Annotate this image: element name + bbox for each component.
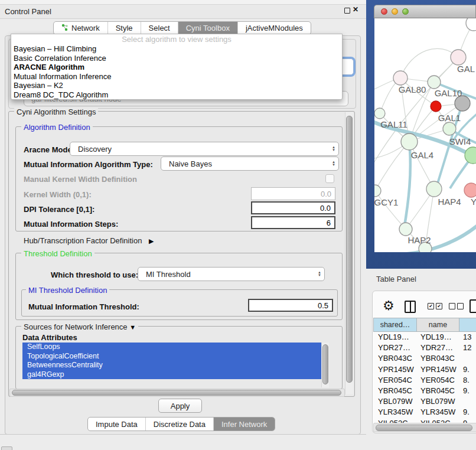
table-row-3[interactable]: YPR145WYPR145W9. — [373, 364, 476, 375]
network-node-GAL4[interactable] — [401, 133, 418, 150]
columns-icon[interactable] — [405, 301, 416, 313]
aracne-mode-label: Aracne Mode: — [24, 145, 74, 154]
table-panel-title: Table Panel — [376, 275, 416, 283]
table-row-8[interactable]: YIL052CYIL052C9 — [373, 418, 476, 423]
node-label-GAL10: GAL10 — [435, 88, 462, 98]
network-node-GAL1[interactable] — [431, 101, 441, 112]
table-cell: YBL079W — [420, 396, 455, 407]
tab-cyni-toolbox[interactable]: Cyni Toolbox — [178, 22, 238, 34]
window-minimize-traffic-light[interactable] — [392, 8, 398, 15]
table-cell: 9 — [463, 418, 467, 423]
network-node-HAP2[interactable] — [399, 223, 412, 236]
column-header-name[interactable]: name — [417, 318, 459, 332]
hub-definition-expander[interactable]: Hub/Transcription Factor Definition ▶ — [24, 236, 154, 245]
tab-jactivemnodules[interactable]: jActiveMNodules — [238, 22, 311, 34]
mi-steps-label: Mutual Information Steps: — [24, 220, 118, 229]
network-canvas[interactable]: GALGAL80GAL10GAL1GAL11GAL4SWI4GCY1HAP4YH… — [374, 18, 476, 252]
tab-impute-data[interactable]: Impute Data — [88, 418, 146, 431]
algorithm-option-5[interactable]: Dream8 DC_TDC Algorithm — [11, 90, 342, 100]
mi-steps-field[interactable]: 6 — [251, 216, 335, 229]
settings-hscrollbar-thumb[interactable] — [12, 390, 341, 396]
attribute-item-1[interactable]: TopologicalCoefficient — [22, 352, 321, 361]
manual-kernel-checkbox[interactable] — [325, 174, 334, 183]
table-cell: YBR045C — [420, 386, 455, 396]
select-all-checkboxes-icon[interactable]: ✔✔ — [428, 303, 442, 309]
top-edge-strip — [0, 0, 366, 5]
aracne-mode-combobox[interactable]: Discovery ▲▼ — [70, 142, 339, 156]
table-row-1[interactable]: YDR27…YDR27…12 — [373, 343, 476, 353]
network-node-HAP4[interactable] — [426, 181, 442, 197]
table-cell: 8. — [463, 375, 470, 386]
which-threshold-combobox[interactable]: MI Threshold ▲▼ — [138, 267, 325, 281]
table-cell: YIL052C — [378, 418, 408, 423]
table-cell: YDL19… — [378, 332, 409, 343]
network-node-GAL11[interactable] — [374, 108, 385, 119]
table-hscrollbar-thumb[interactable] — [376, 425, 472, 431]
network-node-SWI4[interactable] — [465, 147, 476, 164]
attributes-scrollbar-thumb[interactable] — [322, 344, 328, 384]
network-node-7[interactable] — [443, 122, 456, 135]
table-cell: YBL079W — [378, 396, 413, 407]
mi-threshold-label: Mutual Information Threshold: — [28, 302, 139, 311]
algorithm-option-0[interactable]: Bayesian – Hill Climbing — [11, 44, 342, 54]
table-row-7[interactable]: YLR345WYLR345W9. — [373, 407, 476, 418]
tab-discretize-data[interactable]: Discretize Data — [146, 418, 214, 431]
node-label-HAP2: HAP2 — [407, 235, 431, 245]
kernel-width-field[interactable]: 0.0 — [251, 187, 335, 200]
gear-icon[interactable]: ⚙ — [383, 298, 395, 314]
network-node-GAL80[interactable] — [393, 71, 407, 85]
combo-stepper-icon: ▲▼ — [329, 146, 338, 152]
table-row-4[interactable]: YER054CYER054C8. — [373, 375, 476, 386]
attribute-item-2[interactable]: BetweennessCentrality — [22, 361, 321, 370]
algorithm-option-1[interactable]: Basic Correlation Inference — [11, 54, 342, 63]
tab-select[interactable]: Select — [141, 22, 178, 34]
algorithm-option-3[interactable]: Mutual Information Inference — [11, 72, 342, 81]
column-header-shared-name[interactable]: shared… — [373, 318, 417, 332]
bottom-corner-button[interactable] — [1, 446, 12, 450]
deselect-all-checkboxes-icon[interactable] — [449, 303, 464, 309]
table-cell: YPR145W — [378, 364, 414, 375]
dpi-tolerance-field[interactable]: 0.0 — [251, 201, 335, 214]
apply-button[interactable]: Apply — [158, 399, 202, 413]
algorithm-option-2[interactable]: ARACNE Algorithm — [11, 63, 342, 72]
algorithm-option-4[interactable]: Bayesian – K2 — [11, 81, 342, 90]
network-node-GAL10[interactable] — [428, 76, 441, 89]
table-body[interactable]: YDL19…YDL19…13YDR27…YDR27…12YBR043CYBR04… — [373, 332, 476, 423]
settings-scrollbar-thumb[interactable] — [346, 116, 353, 383]
network-node-GCY1[interactable] — [374, 185, 381, 197]
data-attributes-list[interactable]: SelfLoopsTopologicalCoefficientBetweenne… — [22, 343, 321, 387]
table-row-0[interactable]: YDL19…YDL19…13 — [373, 332, 476, 343]
bottom-tabbar: Impute Data Discretize Data Infer Networ… — [87, 417, 275, 431]
mi-threshold-title: MI Threshold Definition — [26, 286, 109, 295]
mi-type-combobox[interactable]: Naive Bayes ▲▼ — [161, 156, 339, 171]
sources-title-row[interactable]: Sources for Network Inference ▼ — [21, 322, 138, 331]
table-row-2[interactable]: YBR043CYBR043C — [373, 353, 476, 364]
node-label-Y: Y — [471, 197, 476, 207]
float-window-icon[interactable] — [344, 8, 350, 14]
mi-threshold-field[interactable]: 0.5 — [248, 299, 333, 312]
close-icon[interactable]: ✕ — [353, 5, 358, 14]
node-label-GAL80: GAL80 — [399, 84, 426, 94]
table-cell: 9. — [463, 407, 470, 418]
table-row-5[interactable]: YBR045CYBR045C9. — [373, 386, 476, 396]
new-table-icon[interactable] — [470, 299, 476, 313]
table-cell: 13 — [463, 332, 471, 343]
network-window-titlebar[interactable] — [374, 5, 476, 18]
network-node-Y[interactable] — [464, 183, 476, 197]
table-cell: YBR043C — [378, 353, 412, 364]
table-cell: YBR043C — [420, 353, 455, 364]
tab-infer-network[interactable]: Infer Network — [214, 418, 275, 431]
tab-style[interactable]: Style — [108, 22, 141, 34]
table-row-6[interactable]: YBL079WYBL079W — [373, 396, 476, 407]
attribute-item-3[interactable]: gal4RGexp — [22, 370, 321, 380]
network-node-0[interactable] — [466, 18, 476, 31]
network-node-GAL[interactable] — [451, 50, 466, 65]
table-cell: YDL19… — [420, 332, 452, 343]
table-cell: YIL052C — [420, 418, 451, 423]
window-close-traffic-light[interactable] — [381, 8, 387, 15]
tab-network[interactable]: Network — [54, 22, 108, 34]
attribute-item-0[interactable]: SelfLoops — [22, 343, 321, 352]
manual-kernel-label: Manual Kernel Width Definition — [24, 175, 137, 184]
column-header-clipped[interactable]: A — [459, 318, 476, 332]
window-zoom-traffic-light[interactable] — [402, 8, 409, 15]
